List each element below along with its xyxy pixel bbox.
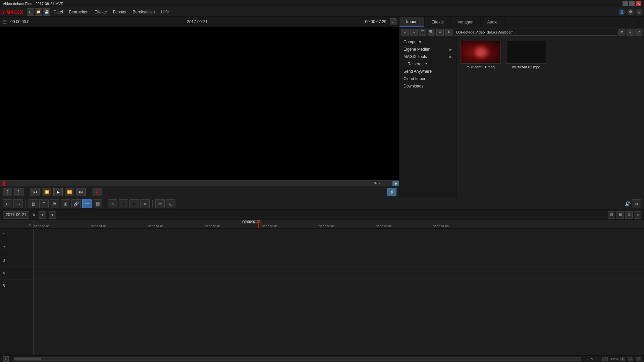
volume-icon[interactable]: 🔊 [625,201,631,206]
edit-sep-3 [152,200,153,207]
sidebar-item-reiseroute[interactable]: Reiseroute... [399,60,456,68]
resize-button[interactable]: ⇔ [140,199,150,208]
play-button[interactable]: ▶ [53,188,63,196]
timeline-dropdown-button[interactable]: ▼ [49,211,56,219]
tl-view-grid[interactable]: ⊞ [616,211,624,219]
fit-view-button[interactable]: ↔ [628,357,633,361]
back-button[interactable]: ← [401,29,409,36]
maximize-button[interactable]: □ [629,1,635,6]
timeline-project-name: 2017-09-21 [3,211,29,219]
add-path-button[interactable]: + [627,29,634,36]
timeline-close-button[interactable]: ✕ [32,212,36,218]
file-multicam-02[interactable]: multicam 02.mpg [505,40,548,70]
forward-button[interactable]: → [410,29,418,36]
go-to-start-button[interactable]: ⏮ [31,188,40,196]
status-right: CPU: ... − 100% + ↔ ⊞ [587,357,641,361]
menu-fenster[interactable]: Fenster [110,9,129,15]
scrubber-handle[interactable] [3,181,5,186]
menu-bearbeiten[interactable]: Bearbeiten [66,9,91,15]
editing-toolbar: ↩ ↪ 🗑 T ⚑ ⊞ 🔗 〜 ⛓ ↖ ⊣ ⊢ ⇔ ✂ ⊕ 🔊 ⇔ [0,198,644,210]
zoom-out-button[interactable]: − [602,357,608,361]
select-button[interactable]: ↖ [108,199,117,208]
menu-hilfe[interactable]: Hilfe [158,9,172,15]
refresh-button[interactable]: ↻ [445,29,452,36]
sidebar-item-send-anywhere[interactable]: Send Anywhere [399,68,456,75]
sidebar-item-cloud-import[interactable]: Cloud Import [399,75,456,82]
cut-button[interactable]: ✂ [155,199,165,208]
menu-datei[interactable]: Datei [51,9,66,15]
split-mode-button[interactable]: ⊣ [119,199,128,208]
timeline-ruler[interactable]: $ 00:00:00:00 00:00:01:00 00:00:02:00 00… [0,220,644,229]
mark-in-button[interactable]: [ [3,188,12,196]
transport-separator-1 [27,189,27,195]
mark-out-button[interactable]: ] [14,188,23,196]
track-number-4: 4 [3,271,5,276]
sidebar-item-eigene-medien[interactable]: Eigene Medien ▶ [399,46,456,53]
tl-view-multi[interactable]: ⊠ [625,211,633,219]
horizontal-scrollbar[interactable] [14,357,581,361]
redo-button[interactable]: ↪ [13,199,23,208]
menu-effekte[interactable]: Effekte [92,9,110,15]
close-button[interactable]: ✕ [636,1,641,6]
sidebar-item-magix-tools[interactable]: MAGIX Tools ▶ [399,53,456,60]
preview-center-date: 2017-09-21 [33,19,362,24]
insert-button[interactable]: ⊕ [166,199,175,208]
timeline-playhead[interactable] [258,220,259,229]
account-icon[interactable]: 👤 [619,9,625,15]
preview-scrubber[interactable]: 07:29 ⚡ [0,180,399,186]
record-button[interactable]: ● [93,188,102,196]
search-button[interactable]: 🔍 [428,29,435,36]
track-number-2: 2 [3,245,5,250]
group-button[interactable]: ⊞ [61,199,70,208]
curve-button[interactable]: 〜 [82,199,92,208]
sidebar-item-downloads-label: Downloads [404,84,423,88]
text-button[interactable]: T [39,199,49,208]
scrubber-right-button[interactable]: ⚡ [392,181,399,186]
lightning-button[interactable]: ⚡ [387,188,396,196]
delete-button[interactable]: 🗑 [29,199,38,208]
file-multicam-01[interactable]: multicam 01.mpg [459,40,502,70]
sidebar-item-computer[interactable]: Computer [399,38,456,46]
panel-expand-button[interactable]: + [635,19,641,25]
chain-button[interactable]: ⛓ [93,199,102,208]
zoom-to-selection[interactable]: ⊞ [636,357,641,361]
path-text: D:\Footage\Video_deluxe\Multicam [456,30,514,34]
timeline-add-track-button[interactable]: + [39,211,46,219]
zoom-in-button[interactable]: + [620,357,625,361]
status-add-button[interactable]: + [3,356,9,362]
tl-view-list[interactable]: ≡ [634,211,641,219]
tab-import[interactable]: Import [399,17,425,27]
list-view-button[interactable]: ☰ [419,29,426,36]
sidebar-item-downloads[interactable]: Downloads [399,82,456,90]
tab-effekte[interactable]: Effekte [425,17,451,27]
tab-vorlagen[interactable]: Vorlagen [451,17,480,27]
edit-sep-1 [25,200,26,207]
minimize-button[interactable]: − [623,1,628,6]
tab-audio[interactable]: Audio [481,17,505,27]
scroll-handle[interactable] [14,358,41,360]
trim-mode-button[interactable]: ⊢ [129,199,139,208]
new-project-button[interactable]: 🗋 [27,8,34,16]
sidebar-item-computer-label: Computer [404,40,421,44]
menu-bereitstellen[interactable]: Bereitstellen [130,9,157,15]
expand-button[interactable]: ⇔ [632,199,641,208]
hamburger-icon[interactable]: ☰ [3,19,7,24]
path-dropdown[interactable]: ▼ [619,29,625,36]
transport-right: ⚡ [387,188,396,196]
settings-panel-button[interactable]: ⚙ [436,29,444,36]
open-button[interactable]: 📁 [35,8,42,16]
preview-expand-button[interactable]: □ [390,18,396,25]
step-back-button[interactable]: ⏪ [42,188,51,196]
expand-panel-button[interactable]: ↗ [635,29,642,36]
save-button[interactable]: 💾 [43,8,50,16]
ruler-mark-2: 00:00:02:00 [148,225,164,228]
link-button[interactable]: 🔗 [71,199,81,208]
undo-button[interactable]: ↩ [3,199,12,208]
marker-button[interactable]: ⚑ [50,199,59,208]
help-icon[interactable]: ? [636,9,643,15]
tl-view-single[interactable]: ⊟ [608,211,615,219]
step-forward-button[interactable]: ⏩ [65,188,74,196]
title-bar: Video deluxe Plus - 2017-09-21.MVP − □ ✕ [0,0,644,7]
go-to-end-button[interactable]: ⏭ [76,188,86,196]
settings-icon[interactable]: ⚙ [627,9,634,15]
